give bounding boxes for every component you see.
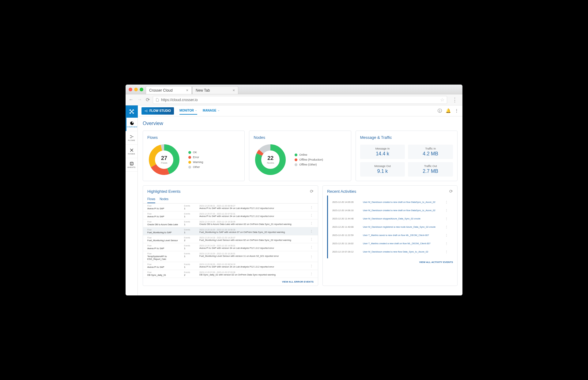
event-flow-name: Oracle DB to Azure Data Lake xyxy=(147,223,184,226)
sidebar-item-nodes[interactable]: NODES xyxy=(126,145,138,158)
events-icon xyxy=(130,162,134,166)
sub-tab-nodes[interactable]: Nodes xyxy=(160,196,168,203)
notifications-icon[interactable]: 🔔 xyxy=(446,108,451,114)
event-row[interactable]: FlowAveva PI to SAP Events1 2023-12-20 1… xyxy=(143,243,318,251)
more-icon[interactable]: ⋮ xyxy=(309,271,314,276)
nav-icons: ← → ⟳ xyxy=(129,97,150,103)
logo[interactable] xyxy=(126,105,138,118)
nodes-card-title: Nodes xyxy=(254,135,346,140)
legend-label: OK xyxy=(193,151,197,154)
more-icon[interactable]: ⋮ xyxy=(309,221,314,226)
forward-icon[interactable]: → xyxy=(137,97,142,103)
sub-tab-flows[interactable]: Flows xyxy=(147,196,155,203)
nav-monitor[interactable]: MONITOR xyxy=(179,107,197,115)
browser-tab[interactable]: New Tab× xyxy=(192,86,238,94)
more-icon[interactable]: ⋮ xyxy=(309,253,314,260)
legend-label: Warning xyxy=(193,161,203,164)
legend-label: Error xyxy=(193,156,199,159)
more-icon[interactable]: ⋮ xyxy=(444,234,449,237)
flow-studio-button[interactable]: FLOW STUDIO xyxy=(141,107,174,115)
event-count: 1 xyxy=(184,223,199,226)
browser-menu-icon[interactable]: ⋮ xyxy=(450,97,459,103)
more-icon[interactable]: ⋮ xyxy=(444,242,449,245)
page-icon xyxy=(156,98,159,102)
sidebar-item-events[interactable]: EVENTS xyxy=(126,158,138,172)
svg-point-5 xyxy=(145,110,146,111)
nodes-donut: 22 Nodes xyxy=(254,143,287,177)
nodes-icon xyxy=(130,148,134,152)
event-row[interactable]: FlowOracle DB to Azure Data Lake Events1… xyxy=(143,219,318,227)
more-icon[interactable]: ⋮ xyxy=(444,225,449,229)
nav-manage[interactable]: MANAGE xyxy=(203,107,220,115)
activity-row[interactable]: 2023-12-20 11:18:02User T_Martins create… xyxy=(332,239,449,248)
help-icon[interactable]: ⓘ xyxy=(438,108,442,114)
sidebar-item-label: FLOWS xyxy=(128,139,135,141)
app-menu-icon[interactable]: ⋮ xyxy=(454,108,459,114)
activity-row[interactable]: 2023-12-20 11:44:48User M_Davidsson stop… xyxy=(332,215,449,223)
event-flow-header: Flow xyxy=(147,245,184,247)
legend-item: Online xyxy=(295,153,323,156)
bookmark-icon[interactable]: ☆ xyxy=(440,97,444,103)
activity-desc: User M_Davidsson created a new draft on … xyxy=(363,209,444,212)
browser-tab[interactable]: Crosser Cloud× xyxy=(146,86,192,94)
sidebar-item-flows[interactable]: FLOWS xyxy=(126,131,138,145)
event-row[interactable]: FlowFuel_Monitoring Level Sensor Events2… xyxy=(143,235,318,243)
event-flow-name: Aveva PI to SAP xyxy=(147,247,184,250)
refresh-icon[interactable]: ⟳ xyxy=(449,189,453,194)
flow-studio-label: FLOW STUDIO xyxy=(149,109,171,112)
more-icon[interactable]: ⋮ xyxy=(444,250,449,253)
minimize-window-icon[interactable] xyxy=(134,88,138,91)
event-row[interactable]: FlowTempSystemAPI to ESG_Report_Calc Eve… xyxy=(143,251,318,262)
flows-count: 27 xyxy=(161,155,168,162)
metric-label: Message In xyxy=(363,147,403,150)
maximize-window-icon[interactable] xyxy=(140,88,143,91)
nav-label: MANAGE xyxy=(203,109,216,112)
more-icon[interactable]: ⋮ xyxy=(309,263,314,268)
more-icon[interactable]: ⋮ xyxy=(309,237,314,242)
event-row[interactable]: FlowAveva PI to SAP Events1 2023-12-20 0… xyxy=(143,211,318,219)
legend-label: Online xyxy=(299,153,307,156)
more-icon[interactable]: ⋮ xyxy=(444,209,449,212)
refresh-icon[interactable]: ⟳ xyxy=(310,189,314,194)
activity-row[interactable]: 2023-12-20 11:40:08User M_Davidsson regi… xyxy=(332,223,449,231)
legend-dot xyxy=(295,154,297,156)
close-icon[interactable]: × xyxy=(186,88,188,93)
legend-label: Offline (Other) xyxy=(299,163,317,166)
more-icon[interactable]: ⋮ xyxy=(309,213,314,218)
activity-row[interactable]: 2023-12-19 07:28:12User M_Davidsson crea… xyxy=(332,248,449,256)
activity-row[interactable]: 2023-12-20 14:09:28User M_Davidsson crea… xyxy=(332,198,449,206)
event-flow-name: Aveva PI to SAP xyxy=(147,266,184,268)
event-row[interactable]: FlowDB Sync_daily_01 Events2 2023-12-20 … xyxy=(143,270,318,278)
events-list[interactable]: FlowAveva PI to SAP Events1 2023-12-20 0… xyxy=(143,203,318,278)
event-row[interactable]: FlowAveva PI to SAP Events1 2023-12-20 0… xyxy=(143,203,318,211)
url-field[interactable]: https://cloud.crosser.io ☆ xyxy=(153,96,447,104)
activity-row[interactable]: 2023-12-20 11:22:59User T_Martins saved … xyxy=(332,231,449,239)
activity-row[interactable]: 2023-12-20 14:06:10User M_Davidsson crea… xyxy=(332,206,449,215)
events-footer-link[interactable]: VIEW ALL ERROR EVENTS xyxy=(143,278,318,286)
event-count: 1 xyxy=(184,215,199,218)
flow-icon xyxy=(145,109,148,112)
event-desc: Aveva PI to SAP with version 34 on Lab A… xyxy=(199,247,309,249)
event-row[interactable]: FlowAveva PI to SAP Events1 2023-12-20 0… xyxy=(143,262,318,270)
svg-point-1 xyxy=(130,135,130,136)
event-row[interactable]: FlowFuel_Monitoring to SAP Events1 2023-… xyxy=(143,227,318,235)
cards-row: Flows 27 Flows OKErrorWarningOther xyxy=(143,131,458,181)
close-window-icon[interactable] xyxy=(129,88,132,91)
more-icon[interactable]: ⋮ xyxy=(444,217,449,220)
more-icon[interactable]: ⋮ xyxy=(309,205,314,210)
metric-box: Traffic In4.2 MB xyxy=(408,145,453,159)
back-icon[interactable]: ← xyxy=(129,97,134,103)
event-flow-name: Aveva PI to SAP xyxy=(147,215,184,218)
reload-icon[interactable]: ⟳ xyxy=(146,97,150,103)
activities-footer-link[interactable]: VIEW ALL ACTIVITY EVENTS xyxy=(323,258,457,266)
more-icon[interactable]: ⋮ xyxy=(444,200,449,204)
sidebar-item-overview[interactable]: OVERVIEW xyxy=(126,118,138,131)
metric-value: 14.4 k xyxy=(363,151,403,157)
topbar: FLOW STUDIO MONITORMANAGE ⓘ 🔔 ⋮ xyxy=(138,105,462,116)
event-time: 2023-12-20 14:18 - 2023-12-20 14:26:07 xyxy=(199,237,309,239)
more-icon[interactable]: ⋮ xyxy=(309,245,314,250)
more-icon[interactable]: ⋮ xyxy=(309,229,314,234)
close-icon[interactable]: × xyxy=(232,88,235,93)
flows-count-label: Flows xyxy=(161,162,168,164)
activity-time: 2023-12-20 11:22:59 xyxy=(332,234,363,237)
